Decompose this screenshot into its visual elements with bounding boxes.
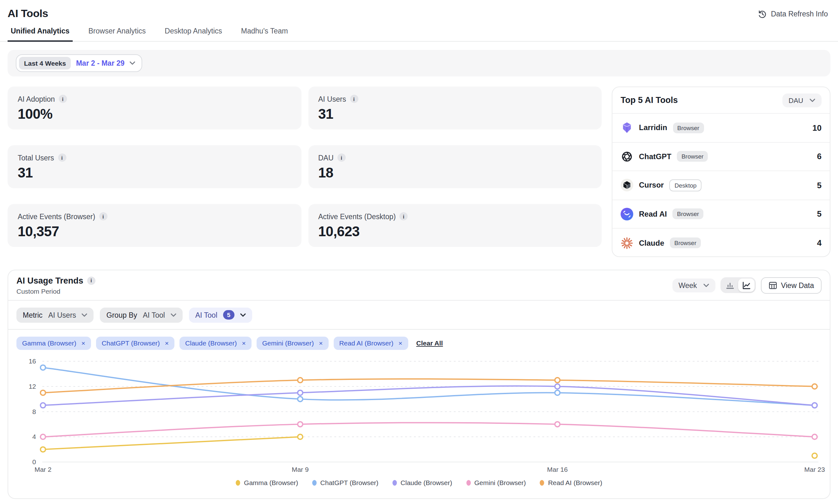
platform-badge: Desktop xyxy=(669,179,702,191)
legend-label: Read AI (Browser) xyxy=(548,479,602,486)
group-by-select[interactable]: Group ByAI Tool xyxy=(100,307,182,322)
chevron-down-icon xyxy=(809,98,815,102)
chip-close-icon[interactable]: × xyxy=(242,340,246,346)
chip-close-icon[interactable]: × xyxy=(319,340,322,346)
chip-label: Read AI (Browser) xyxy=(339,339,394,347)
chatgpt-icon xyxy=(621,150,633,163)
chevron-down-icon xyxy=(82,313,88,317)
bar-chart-icon xyxy=(726,281,734,290)
tool-name: Cursor xyxy=(639,181,664,190)
tool-row: ChatGPTBrowser6 xyxy=(612,142,830,171)
svg-text:16: 16 xyxy=(29,358,36,365)
tool-value: 4 xyxy=(817,238,822,248)
period-value: Week xyxy=(678,281,697,289)
usage-trends-card: AI Usage Trends i Custom Period Week xyxy=(7,270,831,499)
stat-card: AI Usersi31 xyxy=(308,87,601,129)
legend-dot-icon xyxy=(236,480,240,485)
history-icon xyxy=(758,9,767,19)
line-chart-icon xyxy=(742,281,751,290)
svg-text:4: 4 xyxy=(32,433,36,440)
pill-label: Metric xyxy=(23,311,43,319)
line-chart-toggle-button[interactable] xyxy=(738,278,755,292)
tab-desktop-analytics[interactable]: Desktop Analytics xyxy=(161,27,225,41)
table-icon xyxy=(768,281,777,290)
tool-row: ClaudeBrowser4 xyxy=(612,229,830,257)
filter-chip[interactable]: ChatGPT (Browser)× xyxy=(96,336,174,349)
stat-value: 10,357 xyxy=(18,223,291,240)
ai-tool-select[interactable]: AI Tool5 xyxy=(189,307,252,322)
info-icon[interactable]: i xyxy=(87,276,95,285)
top-tools-header: Top 5 AI Tools DAU xyxy=(612,87,830,114)
info-icon[interactable]: i xyxy=(337,154,346,162)
info-icon[interactable]: i xyxy=(99,212,107,220)
stat-label-text: Active Events (Desktop) xyxy=(318,213,396,220)
tool-value: 5 xyxy=(817,181,822,190)
tab-browser-analytics[interactable]: Browser Analytics xyxy=(85,27,149,41)
trend-filter-row: MetricAI UsersGroup ByAI ToolAI Tool5 xyxy=(8,301,830,330)
info-icon[interactable]: i xyxy=(59,95,67,103)
legend-item: Read AI (Browser) xyxy=(540,479,602,486)
stat-label: AI Usersi xyxy=(318,95,592,103)
readai-icon xyxy=(621,208,633,220)
tab-unified-analytics[interactable]: Unified Analytics xyxy=(7,27,73,42)
stat-card: Active Events (Browser)i10,357 xyxy=(7,204,301,247)
filter-chip[interactable]: Gamma (Browser)× xyxy=(16,336,91,349)
pill-label: AI Tool xyxy=(195,311,217,319)
legend-item: Claude (Browser) xyxy=(392,479,452,486)
svg-text:12: 12 xyxy=(29,383,36,390)
tool-value: 5 xyxy=(817,209,822,219)
page-header: AI Tools Data Refresh Info xyxy=(0,0,838,20)
chip-close-icon[interactable]: × xyxy=(165,340,169,346)
chart-type-toggle xyxy=(720,277,756,293)
usage-trends-controls: Week View Data xyxy=(672,277,822,293)
tool-name: Read AI xyxy=(639,210,667,218)
platform-badge: Browser xyxy=(673,123,704,133)
tool-name: Claude xyxy=(639,239,664,248)
platform-badge: Browser xyxy=(677,151,708,162)
date-filter-band: Last 4 Weeks Mar 2 - Mar 29 xyxy=(7,50,831,76)
stat-value: 18 xyxy=(318,165,592,181)
filter-chip[interactable]: Read AI (Browser)× xyxy=(333,336,408,349)
tool-row: LarridinBrowser10 xyxy=(612,114,830,142)
stat-card: AI Adoptioni100% xyxy=(7,87,301,129)
tab-madhu-s-team[interactable]: Madhu's Team xyxy=(238,27,291,41)
filter-chip[interactable]: Claude (Browser)× xyxy=(179,336,251,349)
date-range-value: Mar 2 - Mar 29 xyxy=(76,59,124,67)
stat-value: 10,623 xyxy=(318,223,592,240)
stat-label: Total Usersi xyxy=(18,154,291,162)
chip-label: ChatGPT (Browser) xyxy=(102,339,160,347)
view-data-button[interactable]: View Data xyxy=(761,277,822,293)
top-tools-list: LarridinBrowser10ChatGPTBrowser6CursorDe… xyxy=(612,114,830,257)
filter-chip[interactable]: Gemini (Browser)× xyxy=(257,336,329,349)
legend-label: Claude (Browser) xyxy=(401,479,452,486)
usage-trends-title: AI Usage Trends xyxy=(16,276,83,285)
chip-label: Gamma (Browser) xyxy=(22,339,76,347)
info-icon[interactable]: i xyxy=(399,212,408,220)
legend-label: Gamma (Browser) xyxy=(244,479,298,486)
period-select[interactable]: Week xyxy=(672,278,715,292)
tool-value: 6 xyxy=(817,152,822,161)
svg-text:Mar 9: Mar 9 xyxy=(292,466,309,473)
chart-legend: Gamma (Browser)ChatGPT (Browser)Claude (… xyxy=(8,479,830,486)
selected-tools-chip-row: Gamma (Browser)×ChatGPT (Browser)×Claude… xyxy=(8,330,830,356)
chip-close-icon[interactable]: × xyxy=(399,340,402,346)
usage-trends-chart: 0481216Mar 2Mar 9Mar 16Mar 23 xyxy=(8,355,831,475)
top-tools-metric-select[interactable]: DAU xyxy=(782,93,822,107)
chevron-down-icon xyxy=(129,61,135,65)
clear-all-link[interactable]: Clear All xyxy=(416,339,443,347)
legend-item: Gamma (Browser) xyxy=(236,479,298,486)
stat-label-text: Active Events (Browser) xyxy=(18,213,95,220)
stat-card: Total Usersi31 xyxy=(7,145,301,188)
date-range-picker[interactable]: Last 4 Weeks Mar 2 - Mar 29 xyxy=(16,54,142,72)
metric-select[interactable]: MetricAI Users xyxy=(16,307,94,322)
platform-badge: Browser xyxy=(673,209,703,219)
bar-chart-toggle-button[interactable] xyxy=(722,278,738,292)
info-icon[interactable]: i xyxy=(350,95,358,103)
tool-value: 10 xyxy=(813,123,822,133)
data-refresh-button[interactable]: Data Refresh Info xyxy=(758,9,828,19)
data-refresh-label: Data Refresh Info xyxy=(771,10,828,18)
info-icon[interactable]: i xyxy=(58,154,66,162)
pill-value: AI Tool xyxy=(143,311,165,319)
stat-value: 31 xyxy=(18,165,291,181)
chip-close-icon[interactable]: × xyxy=(82,340,85,346)
